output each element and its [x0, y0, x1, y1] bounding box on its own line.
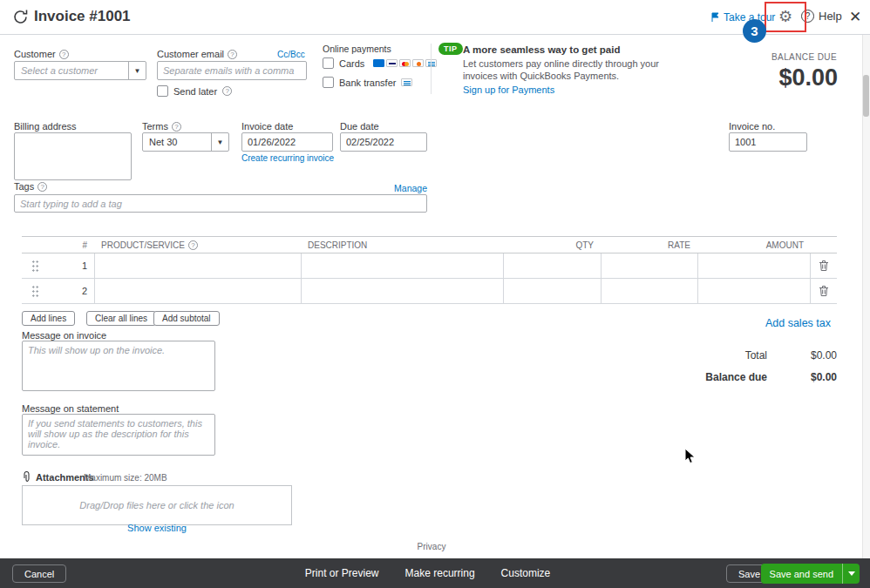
description-cell[interactable] — [301, 279, 503, 303]
amount-cell[interactable] — [697, 253, 811, 278]
chevron-down-icon[interactable] — [211, 133, 228, 151]
product-help-icon — [188, 240, 198, 250]
trash-icon — [819, 260, 829, 272]
product-service-cell[interactable] — [94, 253, 301, 278]
bank-transfer-checkbox[interactable] — [323, 77, 334, 88]
total-label: Total — [745, 349, 767, 362]
discover-icon — [412, 59, 424, 67]
cancel-button[interactable]: Cancel — [12, 564, 66, 583]
due-date-input[interactable] — [340, 132, 427, 152]
tutorial-highlight-box — [765, 2, 806, 32]
privacy-link[interactable]: Privacy — [0, 542, 863, 551]
balance-due-label: BALANCE DUE — [771, 52, 837, 62]
message-on-invoice-input[interactable] — [22, 341, 215, 391]
cards-checkbox[interactable] — [323, 57, 334, 69]
customize-button[interactable]: Customize — [501, 567, 551, 579]
signup-payments-link[interactable]: Sign up for Payments — [463, 84, 554, 95]
tags-label: Tags — [14, 181, 47, 192]
add-subtotal-button[interactable]: Add subtotal — [153, 311, 220, 326]
balance-due-row-value: $0.00 — [811, 371, 837, 383]
save-and-send-button[interactable]: Save and send — [761, 564, 860, 584]
terms-help-icon — [172, 122, 181, 132]
line-items-table: # PRODUCT/SERVICE DESCRIPTION QTY RATE A… — [22, 236, 837, 304]
invoice-no-input[interactable] — [729, 132, 807, 152]
scrollbar-thumb[interactable] — [863, 75, 869, 117]
billing-address-label: Billing address — [14, 121, 77, 132]
header-product-service: PRODUCT/SERVICE — [94, 237, 301, 253]
print-or-preview-button[interactable]: Print or Preview — [305, 567, 379, 579]
header-description: DESCRIPTION — [301, 237, 503, 253]
header-num: # — [48, 237, 94, 253]
clear-all-lines-button[interactable]: Clear all lines — [86, 311, 156, 326]
add-sales-tax-link[interactable]: Add sales tax — [765, 317, 831, 329]
mastercard-icon — [399, 59, 411, 67]
description-cell[interactable] — [301, 253, 503, 278]
balance-due-row-label: Balance due — [705, 371, 767, 383]
show-existing-link[interactable]: Show existing — [22, 523, 292, 533]
amex-icon — [373, 59, 384, 67]
qty-cell[interactable] — [503, 279, 601, 303]
row-number: 2 — [48, 279, 94, 303]
table-header-row: # PRODUCT/SERVICE DESCRIPTION QTY RATE A… — [22, 236, 837, 253]
product-service-cell[interactable] — [94, 279, 301, 303]
paperclip-icon — [22, 471, 31, 483]
header-amount: AMOUNT — [697, 237, 811, 253]
message-on-statement-input[interactable] — [22, 414, 215, 456]
drag-handle[interactable] — [22, 253, 48, 278]
terms-select[interactable]: Net 30 — [142, 132, 229, 152]
ccbcc-link[interactable]: Cc/Bcc — [277, 50, 305, 59]
header: Invoice #1001 Take a tour 3 Help — [0, 0, 870, 35]
online-payments-label: Online payments — [323, 44, 391, 54]
delete-row-button[interactable] — [811, 279, 837, 303]
invoice-date-label: Invoice date — [241, 121, 293, 132]
terms-label: Terms — [142, 121, 181, 132]
message-on-invoice-label: Message on invoice — [22, 330, 106, 341]
due-date-label: Due date — [340, 121, 379, 132]
divider — [431, 44, 432, 94]
bank-icon — [401, 78, 412, 86]
mouse-cursor — [684, 448, 696, 466]
create-recurring-link[interactable]: Create recurring invoice — [241, 153, 334, 163]
save-options-caret[interactable] — [842, 564, 860, 584]
header-trash-col — [811, 237, 837, 253]
billing-address-input[interactable] — [14, 132, 132, 180]
scrollbar-track[interactable] — [862, 35, 870, 558]
header-qty: QTY — [503, 237, 601, 253]
send-later-label: Send later — [173, 86, 217, 97]
qty-cell[interactable] — [503, 253, 601, 278]
tutorial-step-badge: 3 — [743, 19, 766, 43]
send-later-checkbox[interactable] — [157, 85, 168, 97]
add-lines-button[interactable]: Add lines — [22, 311, 75, 326]
cards-label: Cards — [339, 58, 364, 69]
chevron-down-icon[interactable] — [128, 62, 146, 79]
drag-handle[interactable] — [22, 279, 48, 303]
invoice-date-input[interactable] — [241, 132, 333, 152]
header-drag-col — [22, 237, 48, 253]
tip-badge: TIP — [438, 43, 463, 55]
rate-cell[interactable] — [601, 253, 697, 278]
visa-icon — [386, 59, 398, 67]
customer-email-input[interactable] — [157, 61, 307, 80]
message-on-statement-label: Message on statement — [22, 403, 119, 414]
attachments-max-size: Maximum size: 20MB — [84, 473, 167, 483]
send-later-help-icon — [222, 86, 232, 96]
customer-label: Customer — [14, 49, 69, 59]
rate-cell[interactable] — [601, 279, 697, 303]
footer-bar: Cancel Print or Preview Make recurring C… — [0, 558, 870, 588]
delete-row-button[interactable] — [811, 253, 837, 278]
attachments-dropzone[interactable]: Drag/Drop files here or click the icon — [22, 485, 292, 525]
close-icon[interactable] — [849, 8, 861, 26]
customer-select[interactable]: Select a customer — [14, 61, 146, 80]
tags-input[interactable] — [14, 194, 427, 213]
bank-transfer-label: Bank transfer — [339, 78, 396, 88]
make-recurring-button[interactable]: Make recurring — [405, 567, 475, 579]
table-row: 1 — [22, 253, 837, 279]
invoice-icon — [11, 8, 30, 26]
amount-cell[interactable] — [697, 279, 811, 303]
help-button[interactable]: Help — [801, 10, 842, 23]
tags-help-icon — [37, 182, 47, 192]
send-later-row: Send later — [157, 85, 232, 97]
bank-transfer-row: Bank transfer — [323, 77, 412, 88]
cards-row: Cards — [323, 57, 437, 69]
customer-email-label: Customer email — [157, 49, 237, 59]
